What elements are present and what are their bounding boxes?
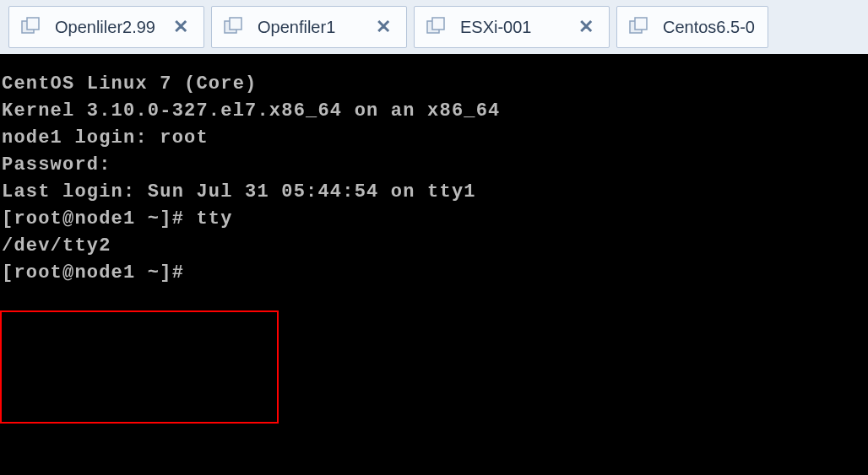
close-icon[interactable]: ✕: [573, 14, 599, 40]
vm-icon: [627, 15, 651, 39]
tab-esxi001[interactable]: ESXi-001 ✕: [414, 6, 610, 48]
terminal-console[interactable]: CentOS Linux 7 (Core) Kernel 3.10.0-327.…: [0, 54, 868, 475]
vm-icon: [222, 15, 246, 39]
vm-icon: [425, 15, 448, 39]
tab-bar: Openliler2.99 ✕ Openfiler1 ✕ ESXi-001: [0, 0, 868, 54]
terminal-prompt: [root@node1 ~]#: [2, 260, 866, 287]
vm-icon: [19, 15, 43, 39]
terminal-line: node1 login: root: [2, 125, 866, 152]
terminal-line: CentOS Linux 7 (Core): [2, 71, 866, 98]
tab-openfiler1[interactable]: Openfiler1 ✕: [211, 6, 407, 48]
close-icon[interactable]: ✕: [371, 14, 396, 40]
tab-openfiler299[interactable]: Openliler2.99 ✕: [8, 6, 204, 48]
highlight-annotation: [0, 310, 279, 424]
svg-rect-5: [432, 18, 444, 30]
terminal-line: Kernel 3.10.0-327.el7.x86_64 on an x86_6…: [2, 98, 866, 125]
terminal-line: Last login: Sun Jul 31 05:44:54 on tty1: [2, 179, 866, 206]
terminal-line: Password:: [2, 152, 866, 179]
terminal-line: [root@node1 ~]# tty: [2, 206, 866, 233]
terminal-line: /dev/tty2: [2, 233, 866, 260]
tab-centos65[interactable]: Centos6.5-0: [616, 6, 768, 48]
svg-rect-1: [27, 18, 39, 30]
close-icon[interactable]: ✕: [168, 14, 193, 40]
svg-rect-3: [230, 18, 241, 30]
tab-label: Centos6.5-0: [663, 18, 755, 37]
tab-label: ESXi-001: [460, 18, 532, 37]
tab-label: Openfiler1: [258, 18, 335, 37]
tab-label: Openliler2.99: [55, 18, 155, 37]
svg-rect-7: [635, 18, 647, 30]
